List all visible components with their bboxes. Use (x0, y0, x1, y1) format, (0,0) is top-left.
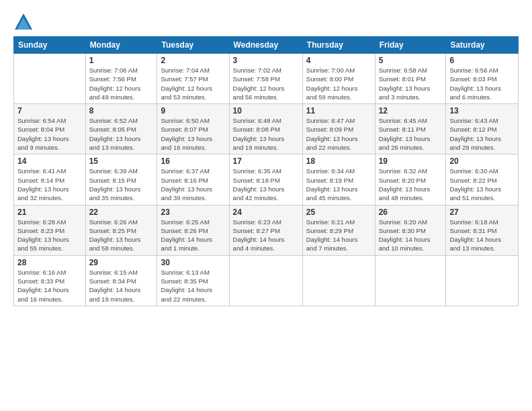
calendar-week-row: 21Sunrise: 6:28 AM Sunset: 8:23 PM Dayli… (14, 205, 519, 255)
cell-info: Sunrise: 6:35 AM Sunset: 8:18 PM Dayligh… (233, 167, 299, 202)
calendar-cell: 21Sunrise: 6:28 AM Sunset: 8:23 PM Dayli… (14, 205, 86, 255)
cell-day-number: 22 (89, 208, 154, 217)
calendar-cell: 27Sunrise: 6:18 AM Sunset: 8:31 PM Dayli… (446, 205, 519, 255)
calendar-week-row: 28Sunrise: 6:16 AM Sunset: 8:33 PM Dayli… (14, 255, 519, 306)
calendar-week-row: 14Sunrise: 6:41 AM Sunset: 8:14 PM Dayli… (14, 154, 519, 205)
cell-day-number: 23 (161, 208, 225, 217)
calendar-cell: 11Sunrise: 6:47 AM Sunset: 8:09 PM Dayli… (302, 104, 375, 154)
cell-info: Sunrise: 6:21 AM Sunset: 8:29 PM Dayligh… (306, 218, 371, 253)
cell-info: Sunrise: 6:18 AM Sunset: 8:31 PM Dayligh… (449, 218, 515, 253)
cell-day-number: 9 (161, 106, 225, 116)
calendar-cell (229, 255, 302, 306)
calendar-cell (302, 255, 375, 306)
calendar-cell: 16Sunrise: 6:37 AM Sunset: 8:16 PM Dayli… (157, 154, 229, 205)
cell-info: Sunrise: 6:34 AM Sunset: 8:19 PM Dayligh… (306, 167, 371, 202)
cell-info: Sunrise: 6:28 AM Sunset: 8:23 PM Dayligh… (17, 218, 82, 253)
cell-day-number: 30 (161, 258, 225, 267)
cell-info: Sunrise: 6:43 AM Sunset: 8:12 PM Dayligh… (449, 116, 515, 152)
cell-info: Sunrise: 6:20 AM Sunset: 8:30 PM Dayligh… (379, 218, 443, 253)
cell-info: Sunrise: 6:45 AM Sunset: 8:11 PM Dayligh… (379, 116, 443, 152)
calendar-cell: 1Sunrise: 7:06 AM Sunset: 7:56 PM Daylig… (85, 54, 157, 104)
calendar-header-wednesday: Wednesday (229, 37, 302, 54)
cell-day-number: 19 (379, 156, 443, 166)
calendar-cell: 6Sunrise: 6:56 AM Sunset: 8:03 PM Daylig… (446, 54, 519, 104)
calendar-cell: 15Sunrise: 6:39 AM Sunset: 8:15 PM Dayli… (85, 154, 157, 205)
cell-day-number: 4 (306, 56, 371, 65)
calendar-header-thursday: Thursday (302, 37, 375, 54)
cell-day-number: 11 (306, 106, 371, 116)
cell-day-number: 16 (161, 156, 225, 166)
cell-day-number: 29 (89, 258, 154, 267)
cell-day-number: 13 (449, 106, 515, 116)
cell-info: Sunrise: 6:32 AM Sunset: 8:20 PM Dayligh… (379, 167, 443, 202)
cell-info: Sunrise: 6:52 AM Sunset: 8:05 PM Dayligh… (89, 116, 154, 152)
calendar-cell: 5Sunrise: 6:58 AM Sunset: 8:01 PM Daylig… (375, 54, 446, 104)
calendar-cell: 9Sunrise: 6:50 AM Sunset: 8:07 PM Daylig… (157, 104, 229, 154)
calendar-cell: 12Sunrise: 6:45 AM Sunset: 8:11 PM Dayli… (375, 104, 446, 154)
calendar-cell: 24Sunrise: 6:23 AM Sunset: 8:27 PM Dayli… (229, 205, 302, 255)
cell-day-number: 10 (233, 106, 299, 116)
cell-day-number: 28 (17, 258, 82, 267)
page: SundayMondayTuesdayWednesdayThursdayFrid… (0, 0, 532, 411)
cell-info: Sunrise: 6:48 AM Sunset: 8:08 PM Dayligh… (233, 116, 299, 152)
calendar-cell: 14Sunrise: 6:41 AM Sunset: 8:14 PM Dayli… (14, 154, 86, 205)
cell-day-number: 1 (89, 56, 154, 65)
cell-day-number: 6 (449, 56, 515, 65)
cell-info: Sunrise: 6:50 AM Sunset: 8:07 PM Dayligh… (161, 116, 225, 152)
calendar-header-monday: Monday (85, 37, 157, 54)
cell-info: Sunrise: 6:26 AM Sunset: 8:25 PM Dayligh… (89, 218, 154, 253)
calendar-cell: 17Sunrise: 6:35 AM Sunset: 8:18 PM Dayli… (229, 154, 302, 205)
cell-day-number: 14 (17, 156, 82, 166)
calendar-cell: 25Sunrise: 6:21 AM Sunset: 8:29 PM Dayli… (302, 205, 375, 255)
cell-info: Sunrise: 6:54 AM Sunset: 8:04 PM Dayligh… (17, 116, 82, 152)
logo (13, 12, 36, 32)
calendar-cell (14, 54, 86, 104)
cell-info: Sunrise: 6:16 AM Sunset: 8:33 PM Dayligh… (17, 268, 82, 304)
calendar-header-tuesday: Tuesday (157, 37, 229, 54)
calendar-cell (446, 255, 519, 306)
cell-info: Sunrise: 6:39 AM Sunset: 8:15 PM Dayligh… (89, 167, 154, 202)
calendar-week-row: 7Sunrise: 6:54 AM Sunset: 8:04 PM Daylig… (14, 104, 519, 154)
cell-info: Sunrise: 6:37 AM Sunset: 8:16 PM Dayligh… (161, 167, 225, 202)
cell-info: Sunrise: 7:06 AM Sunset: 7:56 PM Dayligh… (89, 66, 154, 101)
cell-info: Sunrise: 6:47 AM Sunset: 8:09 PM Dayligh… (306, 116, 371, 152)
calendar-cell: 7Sunrise: 6:54 AM Sunset: 8:04 PM Daylig… (14, 104, 86, 154)
calendar-cell: 10Sunrise: 6:48 AM Sunset: 8:08 PM Dayli… (229, 104, 302, 154)
cell-day-number: 25 (306, 208, 371, 217)
cell-info: Sunrise: 6:15 AM Sunset: 8:34 PM Dayligh… (89, 268, 154, 304)
cell-day-number: 2 (161, 56, 225, 65)
calendar-header-friday: Friday (375, 37, 446, 54)
cell-info: Sunrise: 6:58 AM Sunset: 8:01 PM Dayligh… (379, 66, 443, 101)
cell-day-number: 7 (17, 106, 82, 116)
calendar-cell: 18Sunrise: 6:34 AM Sunset: 8:19 PM Dayli… (302, 154, 375, 205)
cell-day-number: 5 (379, 56, 443, 65)
calendar-cell: 20Sunrise: 6:30 AM Sunset: 8:22 PM Dayli… (446, 154, 519, 205)
cell-info: Sunrise: 6:56 AM Sunset: 8:03 PM Dayligh… (449, 66, 515, 101)
cell-info: Sunrise: 6:13 AM Sunset: 8:35 PM Dayligh… (161, 268, 225, 304)
cell-day-number: 12 (379, 106, 443, 116)
cell-day-number: 27 (449, 208, 515, 217)
cell-day-number: 26 (379, 208, 443, 217)
cell-day-number: 21 (17, 208, 82, 217)
calendar-header-sunday: Sunday (14, 37, 86, 54)
calendar-cell: 3Sunrise: 7:02 AM Sunset: 7:58 PM Daylig… (229, 54, 302, 104)
calendar-header-row: SundayMondayTuesdayWednesdayThursdayFrid… (14, 37, 519, 54)
calendar-week-row: 1Sunrise: 7:06 AM Sunset: 7:56 PM Daylig… (14, 54, 519, 104)
calendar: SundayMondayTuesdayWednesdayThursdayFrid… (13, 36, 519, 306)
calendar-cell: 19Sunrise: 6:32 AM Sunset: 8:20 PM Dayli… (375, 154, 446, 205)
cell-info: Sunrise: 7:00 AM Sunset: 8:00 PM Dayligh… (306, 66, 371, 101)
cell-day-number: 17 (233, 156, 299, 166)
calendar-cell: 28Sunrise: 6:16 AM Sunset: 8:33 PM Dayli… (14, 255, 86, 306)
calendar-cell: 22Sunrise: 6:26 AM Sunset: 8:25 PM Dayli… (85, 205, 157, 255)
cell-day-number: 3 (233, 56, 299, 65)
header (13, 12, 519, 32)
calendar-cell: 26Sunrise: 6:20 AM Sunset: 8:30 PM Dayli… (375, 205, 446, 255)
calendar-header-saturday: Saturday (446, 37, 519, 54)
cell-day-number: 8 (89, 106, 154, 116)
cell-info: Sunrise: 6:23 AM Sunset: 8:27 PM Dayligh… (233, 218, 299, 253)
logo-icon (13, 12, 34, 32)
cell-info: Sunrise: 7:02 AM Sunset: 7:58 PM Dayligh… (233, 66, 299, 101)
cell-info: Sunrise: 6:30 AM Sunset: 8:22 PM Dayligh… (449, 167, 515, 202)
calendar-cell: 2Sunrise: 7:04 AM Sunset: 7:57 PM Daylig… (157, 54, 229, 104)
calendar-cell (375, 255, 446, 306)
